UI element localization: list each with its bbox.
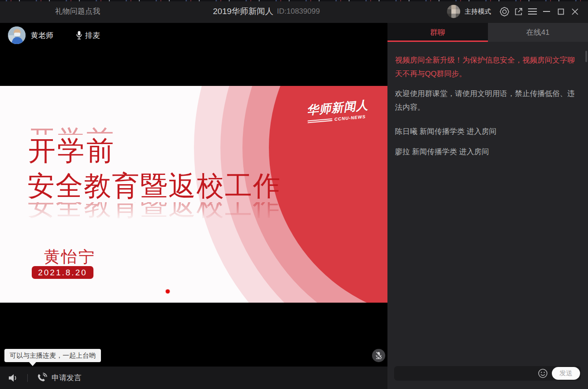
microphone-icon	[76, 31, 82, 40]
laser-pointer-dot	[166, 289, 170, 293]
phone-call-icon	[37, 373, 47, 383]
room-id: ID:10839099	[277, 7, 320, 16]
presenter-row: 黄老师 排麦	[0, 25, 387, 46]
maximize-button[interactable]	[554, 0, 568, 23]
chat-scrollbar-thumb[interactable]	[585, 51, 587, 62]
host-mode-label: 主持模式	[465, 7, 491, 16]
presenter-avatar[interactable]	[8, 26, 26, 44]
slide-title-ghost: 开学前	[28, 126, 115, 135]
request-speak-label: 申请发言	[52, 373, 82, 383]
footer-divider	[27, 374, 28, 382]
queue-mic-group[interactable]: 排麦	[76, 30, 100, 41]
slide-title-line1: 开学前	[28, 137, 115, 164]
slide-date-badge: 2021.8.20	[32, 266, 93, 279]
screen-edge-artifact	[0, 0, 588, 1]
close-button[interactable]	[568, 0, 582, 23]
emoji-icon[interactable]	[537, 368, 548, 378]
room-title-group: 2019华师新闻人 ID:10839099	[213, 0, 320, 23]
minimize-button[interactable]	[540, 0, 554, 23]
settings-gear-icon[interactable]	[497, 0, 511, 23]
app-window: 礼物问题点我 2019华师新闻人 ID:10839099 主持模式	[0, 0, 588, 389]
mic-off-icon	[375, 352, 382, 359]
tab-online-label: 在线41	[526, 27, 550, 37]
pixelated-avatar-image	[447, 5, 460, 18]
presenter-photo	[8, 26, 26, 44]
slide-title-line2: 安全教育暨返校工作	[27, 172, 281, 200]
connect-mic-tooltip: 可以与主播连麦，一起上台哟	[4, 349, 101, 362]
user-avatar[interactable]	[447, 5, 460, 18]
speaker-volume-icon[interactable]	[8, 373, 19, 383]
slide-author: 黄怡宁	[44, 246, 96, 268]
request-speak-button[interactable]: 申请发言	[37, 373, 82, 383]
presenter-name: 黄老师	[31, 30, 53, 41]
chat-message-list[interactable]: 视频房间全新升级！为保护信息安全，视频房间文字聊天不再与QQ群同步。 欢迎使用群…	[387, 42, 588, 367]
titlebar-controls: 主持模式	[447, 0, 582, 23]
video-stage: 黄老师 排麦 华师新闻人 CCNU-NEWS	[0, 23, 387, 389]
chat-enter-event: 陈日曦 新闻传播学类 进入房间	[395, 125, 575, 138]
chat-enter-event: 廖拉 新闻传播学类 进入房间	[395, 145, 575, 159]
slide-title-reflection: 安全教育暨返校工作	[27, 202, 281, 222]
send-button[interactable]: 发送	[552, 367, 580, 380]
chat-input-bar: 发送	[387, 367, 588, 389]
tab-group-chat[interactable]: 群聊	[387, 23, 488, 42]
queue-label: 排麦	[85, 30, 100, 41]
tooltip-arrow	[29, 362, 36, 366]
presentation-slide: 华师新闻人 CCNU-NEWS 开学前 开学前 安全教育暨返校工作 安全教育暨返…	[0, 86, 387, 303]
room-title: 2019华师新闻人	[213, 6, 273, 17]
chat-system-welcome: 欢迎使用群课堂，请使用文明用语，禁止传播低俗、违法内容。	[395, 87, 575, 114]
tab-group-chat-label: 群聊	[430, 27, 445, 37]
chat-system-notice: 视频房间全新升级！为保护信息安全，视频房间文字聊天不再与QQ群同步。	[395, 53, 575, 81]
chat-sidebar: 群聊 在线41 视频房间全新升级！为保护信息安全，视频房间文字聊天不再与QQ群同…	[387, 23, 588, 389]
chat-text-input[interactable]	[394, 366, 537, 381]
popout-window-icon[interactable]	[511, 0, 525, 23]
mic-muted-button[interactable]	[372, 349, 385, 362]
stage-footer: 申请发言	[0, 367, 387, 389]
chat-input-box[interactable]: 发送	[394, 366, 581, 381]
tab-online-members[interactable]: 在线41	[488, 23, 588, 42]
sidebar-tabs: 群聊 在线41	[387, 23, 588, 42]
gift-question-link[interactable]: 礼物问题点我	[55, 0, 100, 23]
titlebar: 礼物问题点我 2019华师新闻人 ID:10839099 主持模式	[0, 0, 588, 23]
menu-icon[interactable]	[525, 0, 540, 23]
